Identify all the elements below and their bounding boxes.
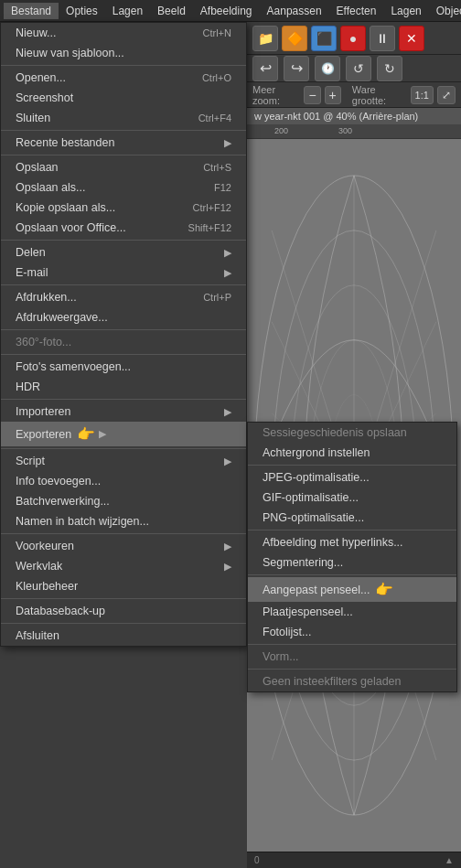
close-button[interactable]: ✕ <box>399 26 424 51</box>
history-button[interactable]: 🕐 <box>315 56 340 81</box>
separator-2 <box>1 130 246 131</box>
menu-item-delen[interactable]: Delen ▶ <box>1 242 246 263</box>
menu-item-recente-bestanden[interactable]: Recente bestanden ▶ <box>1 133 246 153</box>
ruler-mark-200: 200 <box>274 126 288 135</box>
undo-button[interactable]: ↩ <box>252 56 278 81</box>
separator-11 <box>1 598 246 599</box>
menu-item-kopie-opslaan[interactable]: Kopie opslaan als... Ctrl+F12 <box>1 198 246 218</box>
menu-beeld[interactable]: Beeld <box>150 3 193 19</box>
menu-lagen2[interactable]: Lagen <box>383 3 428 19</box>
bestand-menu: Nieuw... Ctrl+N Nieuw van sjabloon... Op… <box>0 22 247 647</box>
submenu-gif-optimalisatie[interactable]: GIF-optimalisatie... <box>248 488 456 508</box>
submenu-aangepast-penseel[interactable]: Aangepast penseel... 👉 <box>248 577 456 602</box>
separator-3 <box>1 155 246 155</box>
meer-zoom-label: Meer zoom: <box>252 84 300 106</box>
menu-item-databaseback-up[interactable]: Databaseback-up <box>1 601 246 621</box>
submenu-segmentering[interactable]: Segmentering... <box>248 552 456 573</box>
menu-item-afdrukken[interactable]: Afdrukken... Ctrl+P <box>1 287 246 307</box>
menu-lagen[interactable]: Lagen <box>105 3 150 19</box>
menu-item-info-toevoegen[interactable]: Info toevoegen... <box>1 471 246 491</box>
menu-item-fotos-samenvoegen[interactable]: Foto's samenvoegen... <box>1 357 246 377</box>
separator-7 <box>1 354 246 355</box>
rotate-cw-button[interactable]: ↻ <box>377 56 402 81</box>
menu-item-opslaan-als[interactable]: Opslaan als... F12 <box>1 177 246 198</box>
sub-separator-4 <box>248 644 456 645</box>
sub-separator-2 <box>248 530 456 530</box>
separator-5 <box>1 284 246 285</box>
zoom-100-button[interactable]: 1:1 <box>411 86 434 104</box>
fit-button[interactable]: ⤢ <box>437 86 456 104</box>
menu-item-openen[interactable]: Openen... Ctrl+O <box>1 68 246 88</box>
menu-item-exporteren[interactable]: Exporteren 👉 ▶ <box>1 422 246 446</box>
rect-button[interactable]: ⬛ <box>311 26 337 51</box>
menu-item-batchverwerking[interactable]: Batchverwerking... <box>1 491 246 511</box>
menu-item-sluiten[interactable]: Sluiten Ctrl+F4 <box>1 108 246 128</box>
separator-1 <box>1 65 246 66</box>
pause-button[interactable]: ⏸ <box>370 26 395 51</box>
ruler-mark-300: 300 <box>338 126 352 135</box>
submenu-jpeg-optimalisatie[interactable]: JPEG-optimalisatie... <box>248 467 456 488</box>
separator-12 <box>1 623 246 624</box>
menu-item-kleurbeheer[interactable]: Kleurbeheer <box>1 576 246 596</box>
rotate-ccw-button[interactable]: ↺ <box>346 56 371 81</box>
sub-separator-1 <box>248 465 456 466</box>
submenu-vorm[interactable]: Vorm... <box>248 647 456 667</box>
app-container: Bestand Opties Lagen Beeld Afbeelding Aa… <box>0 0 461 868</box>
menu-item-360-foto[interactable]: 360°-foto... <box>1 332 246 352</box>
menu-objecten[interactable]: Objecten <box>429 3 461 19</box>
menu-effecten[interactable]: Effecten <box>329 3 384 19</box>
submenu-png-optimalisatie[interactable]: PNG-optimalisatie... <box>248 508 456 528</box>
menu-opties[interactable]: Opties <box>59 3 105 19</box>
menu-item-voorkeuren[interactable]: Voorkeuren ▶ <box>1 536 246 556</box>
separator-10 <box>1 533 246 534</box>
hand-pointer-icon: 👉 <box>77 425 95 443</box>
menu-item-email[interactable]: E-mail ▶ <box>1 263 246 283</box>
canvas-title-text: w year-nkt 001 @ 40% (Arrière-plan) <box>254 111 418 122</box>
submenu-achtergrond-instellen[interactable]: Achtergrond instellen <box>248 443 456 463</box>
zoom-in-button[interactable]: + <box>325 86 341 104</box>
canvas-title: w year-nkt 001 @ 40% (Arrière-plan) <box>247 108 461 125</box>
menu-item-afsluiten[interactable]: Afsluiten <box>1 626 246 646</box>
submenu-geen-insteekfilters: Geen insteekfilters geladen <box>248 671 456 691</box>
separator-9 <box>1 448 246 449</box>
menu-aanpassen[interactable]: Aanpassen <box>260 3 329 19</box>
menu-item-hdr[interactable]: HDR <box>1 377 246 397</box>
shape-button[interactable]: 🔶 <box>282 26 307 51</box>
menu-item-importeren[interactable]: Importeren ▶ <box>1 402 246 422</box>
separator-8 <box>1 399 246 400</box>
open-button[interactable]: 📁 <box>252 26 278 51</box>
submenu-afbeelding-hyperlinks[interactable]: Afbeelding met hyperlinks... <box>248 532 456 552</box>
zoom-bar: Meer zoom: − + Ware grootte: 1:1 ⤢ <box>247 82 461 108</box>
sub-separator-5 <box>248 669 456 670</box>
menu-item-opslaan[interactable]: Opslaan Ctrl+S <box>1 157 246 177</box>
submenu-fotolijst[interactable]: Fotolijst... <box>248 622 456 642</box>
status-text: 0 <box>254 855 260 865</box>
submenu-sessiegeschiedenis[interactable]: Sessiegeschiedenis opslaan <box>248 423 456 443</box>
menu-item-opslaan-office[interactable]: Opslaan voor Office... Shift+F12 <box>1 218 246 238</box>
menu-item-nieuw[interactable]: Nieuw... Ctrl+N <box>1 23 246 43</box>
menu-item-nieuw-sjabloon[interactable]: Nieuw van sjabloon... <box>1 43 246 63</box>
menu-item-afdrukweergave[interactable]: Afdrukweergave... <box>1 307 246 327</box>
toolbar-zoom: ↩ ↪ 🕐 ↺ ↻ <box>247 55 461 82</box>
ruler: 200 300 <box>247 124 461 139</box>
menu-afbeelding[interactable]: Afbeelding <box>193 3 260 19</box>
exporteren-submenu: Sessiegeschiedenis opslaan Achtergrond i… <box>247 422 457 692</box>
menu-item-screenshot[interactable]: Screenshot <box>1 88 246 108</box>
record-button[interactable]: ● <box>340 26 366 51</box>
status-right: ▲ <box>445 855 454 865</box>
menu-bestand[interactable]: Bestand <box>4 3 59 19</box>
status-bar: 0 ▲ <box>247 852 461 868</box>
ware-grootte-label: Ware grootte: <box>352 84 407 106</box>
menu-item-script[interactable]: Script ▶ <box>1 451 246 471</box>
separator-6 <box>1 329 246 330</box>
menu-item-werkvlak[interactable]: Werkvlak ▶ <box>1 556 246 576</box>
toolbar-row1: 📁 🔶 ⬛ ● ⏸ ✕ <box>247 22 461 55</box>
menubar: Bestand Opties Lagen Beeld Afbeelding Aa… <box>0 0 461 22</box>
redo-button[interactable]: ↪ <box>284 56 309 81</box>
sub-separator-3 <box>248 574 456 575</box>
menu-item-namen-batch[interactable]: Namen in batch wijzigen... <box>1 511 246 531</box>
zoom-out-button[interactable]: − <box>304 86 320 104</box>
submenu-plaatjespenseel[interactable]: Plaatjespenseel... <box>248 602 456 622</box>
separator-4 <box>1 240 246 241</box>
hand-pointer-icon-2: 👉 <box>375 581 393 598</box>
